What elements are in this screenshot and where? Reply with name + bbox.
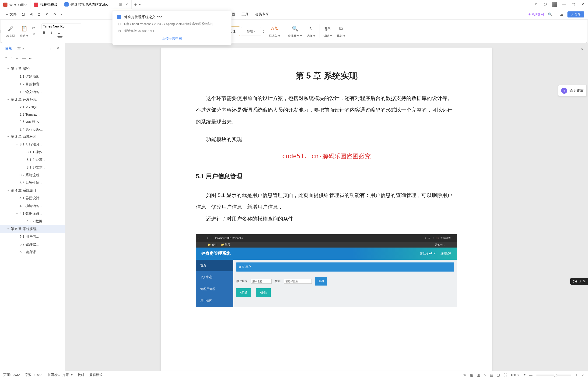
sidebar-expand-icon[interactable]: ›: [50, 46, 51, 51]
toc-item[interactable]: ▾3.1 可行性分...: [0, 141, 65, 148]
toc-item[interactable]: ▾4.3 数据库设...: [0, 210, 65, 218]
style-heading2[interactable]: 标题 2: [241, 27, 261, 35]
copy-icon[interactable]: ⎘: [32, 32, 35, 37]
view-read-icon[interactable]: ▦: [470, 373, 473, 377]
status-compat[interactable]: 兼容模式: [89, 373, 102, 377]
toc-item[interactable]: 4.3.2 数据...: [0, 218, 65, 225]
font-name-select[interactable]: [42, 24, 81, 29]
sidebar-close-icon[interactable]: ✕: [56, 46, 60, 51]
toc-item[interactable]: 5.2 健身教...: [0, 240, 65, 248]
fit-icon[interactable]: ⤢: [582, 373, 585, 377]
toc-item[interactable]: 2.4 SpringBo...: [0, 126, 65, 133]
toc-item[interactable]: 2.2 Tomcat ...: [0, 111, 65, 118]
view-outline-icon[interactable]: ◫: [477, 373, 480, 377]
menuitem[interactable]: 会员专享: [252, 11, 272, 18]
status-page[interactable]: 页面: 23/32: [3, 373, 20, 377]
toc-item[interactable]: 2.1 MYSQL ...: [0, 104, 65, 111]
toc-add-icon[interactable]: ＋: [16, 56, 19, 61]
redo-icon[interactable]: ↷: [51, 11, 59, 18]
tab-templates[interactable]: 找稻壳模板: [31, 0, 61, 9]
chevron-down-icon: ▾: [7, 98, 11, 101]
rail-hide-icon[interactable]: »: [581, 47, 583, 51]
toc-item[interactable]: 5.1 用户信...: [0, 233, 65, 240]
sidebar-tab-chapter[interactable]: 章节: [17, 46, 24, 51]
save-icon[interactable]: 🖫: [20, 11, 27, 18]
cut-icon[interactable]: ✂: [32, 26, 35, 30]
plagiarism-icon: ◎: [561, 88, 567, 94]
cloud-icon[interactable]: ☁: [558, 11, 565, 18]
status-spell[interactable]: 拼写检查: 打开: [48, 373, 73, 377]
toc-item[interactable]: ▾第 1 章 绪论: [0, 65, 65, 73]
toc-item[interactable]: 5.3 健身课...: [0, 248, 65, 256]
wps-home-tab[interactable]: WPS Office: [0, 0, 31, 9]
sidebar-tab-toc[interactable]: 目录: [5, 46, 12, 51]
toc-item[interactable]: 4.2 功能结构...: [0, 202, 65, 210]
zoom-slider[interactable]: [536, 375, 571, 376]
toc-item[interactable]: 4.1 界面设计...: [0, 194, 65, 202]
status-words[interactable]: 字数: 11538: [25, 373, 42, 377]
view-play-icon[interactable]: ▷: [484, 373, 486, 377]
toc-item[interactable]: 3.1.1 操作...: [0, 148, 65, 156]
tab-pin-icon[interactable]: ⊡: [119, 2, 122, 7]
toc-item[interactable]: ▾第 4 章 系统设计: [0, 187, 65, 194]
toc-item[interactable]: 1.1 选题动因: [0, 73, 65, 80]
window-minimize-icon[interactable]: —: [561, 2, 567, 7]
toc-item[interactable]: ▾第 5 章 系统实现: [0, 225, 65, 233]
tab-document[interactable]: 健身房管理系统论文.doc ⊡ ✕: [61, 0, 131, 9]
toc-item[interactable]: 2.3 vue 技术: [0, 118, 65, 126]
arrange-icon[interactable]: ¶A: [323, 24, 332, 33]
toc-item[interactable]: 1.3 论文结构...: [0, 88, 65, 96]
toc-item[interactable]: 3.1.3 技术...: [0, 164, 65, 171]
view-eye-icon[interactable]: 👁: [463, 373, 466, 377]
upload-cloud-link[interactable]: 上传至云空间: [162, 37, 182, 40]
format-brush-icon[interactable]: 🖌: [6, 24, 15, 33]
share-button[interactable]: ↗分享: [568, 11, 584, 17]
toc-down-icon[interactable]: ˅: [10, 56, 12, 61]
status-proof[interactable]: 校对: [78, 373, 84, 377]
avatar[interactable]: [552, 2, 557, 7]
window-maximize-icon[interactable]: ▢: [571, 2, 576, 7]
view-web-icon[interactable]: ▦: [490, 373, 493, 377]
window-cube-icon[interactable]: ⬡: [543, 2, 548, 7]
tab-close-icon[interactable]: ✕: [125, 2, 128, 6]
toc-remove-icon[interactable]: —: [22, 56, 26, 61]
admin-nav-item: 个人中心: [196, 271, 233, 283]
toc-item[interactable]: ▾第 2 章 开发环境...: [0, 96, 65, 104]
search-icon[interactable]: 🔍: [546, 11, 554, 18]
view-screen-icon[interactable]: ⛶: [504, 373, 507, 377]
styleset-icon[interactable]: A↯: [270, 24, 279, 33]
toc-item[interactable]: 3.2 系统流程...: [0, 171, 65, 179]
bold-button[interactable]: B: [42, 31, 47, 39]
new-tab-button[interactable]: +: [132, 2, 144, 7]
menuitem[interactable]: 工具: [238, 11, 252, 18]
ime-indicator[interactable]: CH☽简: [570, 278, 588, 285]
plagiarism-check-button[interactable]: ◎ 论文查重: [558, 85, 587, 96]
preview-icon[interactable]: 🗋: [36, 11, 43, 18]
toc-settings-icon[interactable]: ⋯: [29, 56, 33, 61]
zoom-out-icon[interactable]: —: [529, 373, 533, 377]
window-close-icon[interactable]: ✕: [580, 2, 585, 7]
toc-item-label: 5.3 健身课...: [20, 250, 39, 254]
italic-button[interactable]: I: [49, 31, 54, 39]
view-print-icon[interactable]: ▢: [497, 373, 500, 377]
window-copy-icon[interactable]: ⧉: [533, 2, 538, 7]
print-icon[interactable]: 🖨: [28, 11, 35, 18]
style-up[interactable]: ▴: [263, 29, 264, 31]
toc-item[interactable]: ▾第 3 章 系统分析: [0, 133, 65, 141]
style-down[interactable]: ▾: [263, 32, 264, 34]
find-replace-icon[interactable]: 🔍: [290, 24, 299, 33]
toc-up-icon[interactable]: ˄: [5, 56, 7, 61]
wps-ai-button[interactable]: ✦WPS AI: [528, 12, 544, 16]
select-icon[interactable]: ↖: [307, 24, 316, 33]
order-icon[interactable]: ⧉: [337, 24, 346, 33]
embedded-screenshot: ← → ⟳ ⓘ localhost:8081/#/yonghu ♪ ☆✧ 👓无痕…: [196, 234, 457, 307]
zoom-value[interactable]: 130%: [511, 373, 519, 377]
paste-icon[interactable]: 📋: [20, 24, 29, 33]
menu-file[interactable]: ≡文件: [4, 11, 19, 17]
toc-item[interactable]: 1.2 目的和意...: [0, 80, 65, 88]
zoom-in-icon[interactable]: ＋: [575, 373, 578, 377]
toc-item[interactable]: 3.3 系统性能...: [0, 179, 65, 187]
undo-icon[interactable]: ↶: [44, 11, 51, 18]
underline-button[interactable]: U: [56, 31, 62, 39]
toc-item[interactable]: 3.1.2 经济...: [0, 156, 65, 164]
